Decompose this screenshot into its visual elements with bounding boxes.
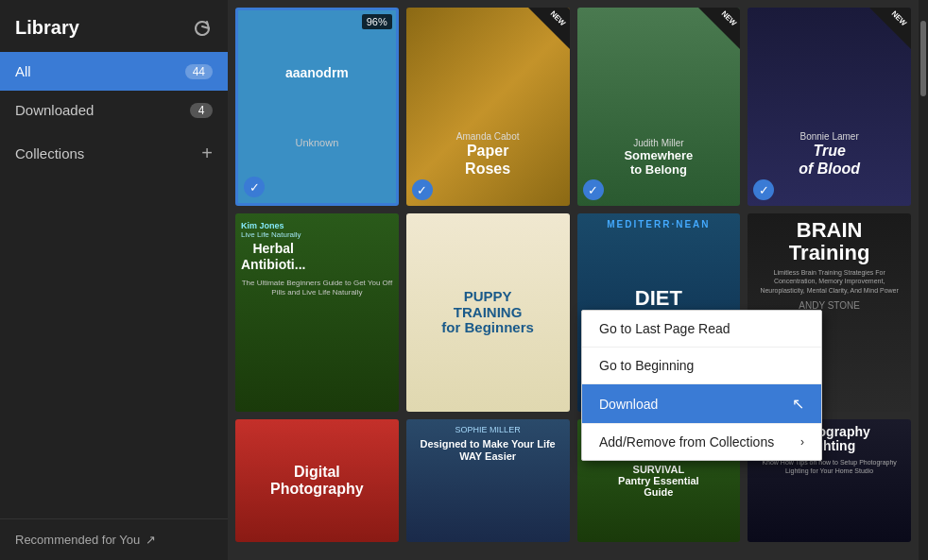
book-title-9: DigitalPhotography <box>270 464 364 498</box>
book-cover-10: SOPHIE MILLER Designed to Make Your Life… <box>406 419 570 542</box>
progress-badge-1: 96% <box>362 14 392 29</box>
book-author-3: Judith Miller <box>633 138 683 148</box>
books-grid: 96% aaanodrm Unknown ✓ NEW Amanda Cabot … <box>228 0 919 560</box>
book-subtitle-1: Unknown <box>295 137 338 148</box>
book-title-2: PaperRoses <box>465 142 510 178</box>
context-menu-download[interactable]: Download ↖ <box>582 384 821 423</box>
context-menu-add-remove-label: Add/Remove from Collections <box>599 434 774 450</box>
checkmark-3: ✓ <box>583 179 604 200</box>
book-brand-5: Kim Jones <box>241 221 284 230</box>
book-author-2: Amanda Cabot <box>456 131 520 142</box>
book-title-3: Somewhereto Belong <box>624 148 693 178</box>
new-badge-4: NEW <box>869 8 911 49</box>
context-menu-beginning-label: Go to Beginning <box>599 358 694 373</box>
book-cover-2: NEW Amanda Cabot PaperRoses ✓ <box>406 8 570 206</box>
book-card-6[interactable]: PUPPYTRAININGfor Beginners <box>406 213 570 412</box>
book-title-8: BRAINTraining <box>789 219 870 264</box>
book-title-7a: MEDITERR·NEAN <box>607 219 710 229</box>
book-card-5[interactable]: Kim Jones Live Life Naturally HerbalAnti… <box>235 213 399 412</box>
context-menu-beginning[interactable]: Go to Beginning <box>582 348 821 383</box>
sidebar-navigation: All 44 Downloaded 4 Collections + <box>0 52 228 518</box>
recommended-label: Recommended for You <box>15 533 140 547</box>
context-menu-download-label: Download <box>599 397 658 412</box>
book-author-8: ANDY STONE <box>799 300 860 311</box>
chevron-right-icon: › <box>800 435 804 449</box>
book-title-10: Designed to Make Your Life WAY Easier <box>412 438 564 463</box>
refresh-icon[interactable] <box>192 18 213 39</box>
external-link-icon: ↗ <box>146 533 156 547</box>
book-subtitle-8: Limitless Brain Training Strategies For … <box>753 268 905 294</box>
checkmark-2: ✓ <box>412 179 433 200</box>
book-author-10: SOPHIE MILLER <box>455 425 521 434</box>
book-card-1[interactable]: 96% aaanodrm Unknown ✓ <box>235 8 399 206</box>
book-title-7b: DIET <box>635 286 682 311</box>
sidebar-header: Library <box>0 0 228 52</box>
sidebar-item-downloaded-badge: 4 <box>190 103 213 118</box>
sidebar-item-collections-label: Collections <box>15 145 84 161</box>
book-card-10[interactable]: SOPHIE MILLER Designed to Make Your Life… <box>406 419 570 560</box>
book-title-5: HerbalAntibioti... <box>241 241 305 273</box>
book-card-2[interactable]: NEW Amanda Cabot PaperRoses ✓ <box>406 8 570 206</box>
book-card-9[interactable]: DigitalPhotography <box>235 419 399 560</box>
sidebar-item-all-label: All <box>15 63 31 79</box>
book-cover-4: NEW Bonnie Lamer Trueof Blood ✓ <box>748 8 911 206</box>
sidebar-item-downloaded-label: Downloaded <box>15 102 94 118</box>
new-badge-3: NEW <box>698 8 740 49</box>
checkmark-4: ✓ <box>753 179 774 200</box>
context-menu-add-remove[interactable]: Add/Remove from Collections › <box>582 424 821 460</box>
new-badge-2: NEW <box>528 8 570 49</box>
sidebar-footer[interactable]: Recommended for You ↗ <box>0 518 228 560</box>
sidebar-item-downloaded[interactable]: Downloaded 4 <box>0 91 228 129</box>
book-tag-5: Live Life Naturally <box>241 230 301 239</box>
checkmark-1: ✓ <box>244 177 265 197</box>
book-cover-3: NEW Judith Miller Somewhereto Belong ✓ <box>577 8 741 206</box>
book-cover-5: Kim Jones Live Life Naturally HerbalAnti… <box>235 213 399 412</box>
book-title-6: PUPPYTRAININGfor Beginners <box>441 289 534 336</box>
context-menu-last-page-label: Go to Last Page Read <box>599 321 730 336</box>
sidebar-title: Library <box>15 17 79 39</box>
sidebar-item-collections[interactable]: Collections + <box>0 129 228 178</box>
book-title-11: SURVIVALPantry EssentialGuide <box>618 464 699 498</box>
main-content: 96% aaanodrm Unknown ✓ NEW Amanda Cabot … <box>228 0 919 560</box>
book-cover-6: PUPPYTRAININGfor Beginners <box>406 213 570 412</box>
scrollbar-thumb[interactable] <box>920 21 926 96</box>
sidebar-item-all-badge: 44 <box>185 64 213 79</box>
book-cover-1: 96% aaanodrm Unknown ✓ <box>235 8 399 206</box>
book-title-1: aaanodrm <box>278 65 356 80</box>
sidebar-item-all[interactable]: All 44 <box>0 52 228 91</box>
book-card-4[interactable]: NEW Bonnie Lamer Trueof Blood ✓ <box>748 8 911 206</box>
book-title-4: Trueof Blood <box>799 142 860 178</box>
book-card-3[interactable]: NEW Judith Miller Somewhereto Belong ✓ <box>577 8 741 206</box>
add-collection-icon[interactable]: + <box>201 143 213 164</box>
cursor-indicator: ↖ <box>792 395 804 413</box>
context-menu-last-page[interactable]: Go to Last Page Read <box>582 311 821 347</box>
right-scrollbar[interactable] <box>919 0 928 560</box>
book-cover-9: DigitalPhotography <box>235 419 399 542</box>
book-subtitle-5: The Ultimate Beginners Guide to Get You … <box>241 279 393 298</box>
book-author-4: Bonnie Lamer <box>799 131 858 142</box>
context-menu: Go to Last Page Read Go to Beginning Dow… <box>581 310 822 461</box>
sidebar: Library All 44 Downloaded 4 Collections … <box>0 0 228 560</box>
